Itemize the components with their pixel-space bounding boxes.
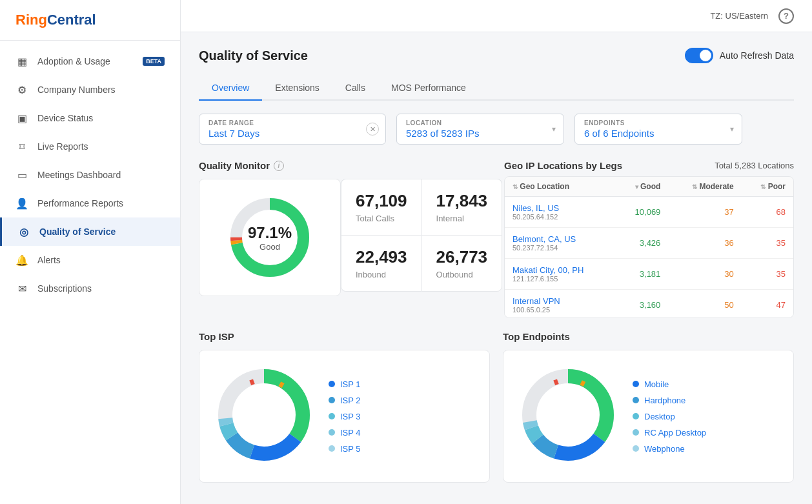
sidebar-nav: ▦ Adoption & Usage BETA ⚙ Company Number… (0, 41, 180, 504)
geo-total: Total 5,283 Locations (715, 161, 794, 170)
donut-label: Good (248, 242, 292, 252)
geo-poor-cell: 35 (742, 228, 793, 259)
geo-loc-ip: 50.237.72.154 (513, 244, 608, 252)
legend-item: Webphone (633, 444, 706, 454)
sidebar-item-label: Company Numbers (37, 85, 165, 95)
legend-label: ISP 2 (340, 396, 361, 405)
sidebar-item-label: Live Reports (37, 141, 165, 152)
geo-table: ⇅ Geo Location ▾ Good ⇅ Moderate ⇅ Poor (504, 176, 794, 318)
date-range-clear[interactable]: ✕ (366, 123, 379, 136)
geo-poor-cell: 68 (742, 197, 793, 228)
sidebar-item-meetings[interactable]: ▭ Meetings Dashboard (0, 161, 180, 189)
table-row: Belmont, CA, US 50.237.72.154 3,426 36 3… (505, 228, 793, 259)
inbound-calls-number: 22,493 (356, 247, 407, 267)
col-location[interactable]: ⇅ Geo Location (505, 177, 616, 197)
col-poor[interactable]: ⇅ Poor (742, 177, 793, 197)
col-good[interactable]: ▾ Good (616, 177, 669, 197)
page-header: Quality of Service Auto Refresh Data (199, 48, 794, 63)
outbound-calls-label: Outbound (436, 270, 488, 279)
date-range-filter[interactable]: DATE RANGE Last 7 Days ✕ (199, 114, 386, 145)
sidebar-item-subscriptions[interactable]: ✉ Subscriptions (0, 274, 180, 303)
sidebar-item-adoption[interactable]: ▦ Adoption & Usage BETA (0, 47, 180, 76)
endpoints-chevron-icon: ▾ (730, 125, 734, 134)
timezone-label: TZ: US/Eastern (710, 11, 768, 21)
geo-loc-name[interactable]: Internal VPN (513, 296, 608, 306)
meetings-icon: ▭ (15, 168, 28, 181)
tab-mos[interactable]: MOS Performance (378, 76, 479, 101)
top-endpoints-section: Top Endpoints (503, 331, 794, 483)
table-row: Internal VPN 100.65.0.25 3,160 50 47 (505, 290, 793, 319)
sidebar-item-alerts[interactable]: 🔔 Alerts (0, 246, 180, 274)
sidebar-item-label: Quality of Service (39, 227, 165, 237)
outbound-calls-number: 26,773 (436, 247, 488, 267)
isp-donut (212, 363, 316, 469)
donut-percentage: 97.1% (248, 224, 292, 242)
geo-good-cell: 3,181 (616, 259, 669, 290)
location-filter[interactable]: LOCATION 5283 of 5283 IPs ▾ (396, 114, 564, 145)
geo-section: Geo IP Locations by Legs Total 5,283 Loc… (504, 160, 794, 318)
geo-loc-name[interactable]: Belmont, CA, US (513, 234, 608, 244)
logo-ring: Ring (15, 12, 47, 28)
inbound-calls-card: 22,493 Inbound (341, 235, 421, 292)
geo-moderate-cell: 50 (668, 290, 741, 319)
geo-poor-cell: 47 (742, 290, 793, 319)
col-moderate[interactable]: ⇅ Moderate (668, 177, 741, 197)
endpoints-value: 6 of 6 Endpoints (584, 128, 733, 139)
geo-title: Geo IP Locations by Legs (504, 160, 622, 171)
beta-badge: BETA (143, 57, 165, 66)
geo-loc-ip: 100.65.0.25 (513, 306, 608, 314)
geo-loc-ip: 121.127.6.155 (513, 275, 608, 283)
internal-calls-label: Internal (436, 214, 488, 223)
company-icon: ⚙ (15, 83, 28, 96)
sidebar: RingCentral ▦ Adoption & Usage BETA ⚙ Co… (0, 0, 181, 504)
legend-item: RC App Desktop (633, 428, 706, 438)
sidebar-item-quality[interactable]: ◎ Quality of Service (0, 217, 180, 246)
donut-chart: 97.1% Good (225, 192, 315, 283)
auto-refresh-control: Auto Refresh Data (685, 48, 794, 63)
sidebar-item-label: Device Status (37, 113, 165, 123)
legend-item: ISP 1 (329, 379, 361, 389)
tab-overview[interactable]: Overview (199, 76, 262, 101)
bottom-charts: Top ISP (199, 331, 794, 483)
legend-label: ISP 3 (340, 412, 361, 421)
donut-center: 97.1% Good (248, 224, 292, 252)
endpoints-filter[interactable]: ENDPOINTS 6 of 6 Endpoints ▾ (574, 114, 742, 145)
internal-calls-number: 17,843 (436, 191, 488, 211)
legend-dot (329, 397, 335, 403)
sidebar-item-performance[interactable]: 👤 Performance Reports (0, 189, 180, 217)
tabs-bar: Overview Extensions Calls MOS Performanc… (199, 76, 794, 101)
legend-label: ISP 4 (340, 428, 361, 438)
top-endpoints-card: MobileHardphoneDesktopRC App DesktopWebp… (503, 350, 794, 483)
performance-icon: 👤 (15, 197, 28, 210)
sidebar-item-device-status[interactable]: ▣ Device Status (0, 104, 180, 132)
legend-item: ISP 3 (329, 412, 361, 421)
geo-location-cell: Niles, IL, US 50.205.64.152 (505, 197, 616, 228)
auto-refresh-label: Auto Refresh Data (720, 50, 794, 61)
geo-loc-name[interactable]: Niles, IL, US (513, 203, 608, 213)
geo-data-table: ⇅ Geo Location ▾ Good ⇅ Moderate ⇅ Poor (505, 177, 793, 318)
filters-bar: DATE RANGE Last 7 Days ✕ LOCATION 5283 o… (199, 114, 794, 145)
page-title: Quality of Service (199, 48, 308, 63)
tab-extensions[interactable]: Extensions (262, 76, 332, 101)
logo: RingCentral (0, 0, 180, 41)
geo-loc-name[interactable]: Makati City, 00, PH (513, 265, 608, 275)
sidebar-item-label: Adoption & Usage (37, 56, 130, 66)
auto-refresh-toggle[interactable] (685, 48, 713, 63)
quality-monitor-title: Quality Monitor i (199, 160, 489, 171)
geo-moderate-cell: 37 (668, 197, 741, 228)
sidebar-item-company-numbers[interactable]: ⚙ Company Numbers (0, 76, 180, 104)
table-row: Niles, IL, US 50.205.64.152 10,069 37 68 (505, 197, 793, 228)
help-button[interactable]: ? (778, 8, 794, 24)
legend-label: Webphone (644, 444, 685, 454)
legend-dot (633, 429, 639, 436)
geo-header: Geo IP Locations by Legs Total 5,283 Loc… (504, 160, 794, 171)
total-calls-number: 67,109 (356, 191, 407, 211)
table-row: Makati City, 00, PH 121.127.6.155 3,181 … (505, 259, 793, 290)
legend-dot (633, 381, 639, 387)
legend-item: ISP 4 (329, 428, 361, 438)
tab-calls[interactable]: Calls (332, 76, 378, 101)
legend-item: Hardphone (633, 396, 706, 405)
donut-chart-card: 97.1% Good (199, 179, 341, 296)
sidebar-item-live-reports[interactable]: ⌑ Live Reports (0, 132, 180, 161)
info-icon[interactable]: i (274, 161, 284, 171)
